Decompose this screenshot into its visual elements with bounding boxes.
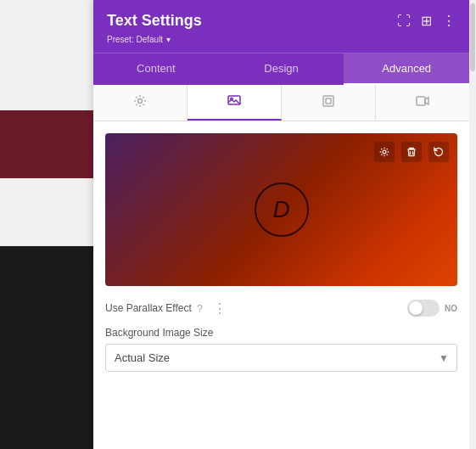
main-tabs: Content Design Advanced <box>93 53 469 85</box>
left-swatch-light <box>0 0 93 110</box>
preset-text: Preset: Default <box>107 35 163 44</box>
preview-reset-button[interactable] <box>428 142 449 162</box>
preview-controls <box>374 142 449 162</box>
parallax-toggle-group: NO <box>407 300 457 317</box>
icon-tab-gear[interactable] <box>93 85 188 121</box>
image-preview: D <box>105 133 457 286</box>
image-size-label: Background Image Size <box>105 327 457 339</box>
tab-design[interactable]: Design <box>219 53 344 85</box>
panel-content: D Use Parallax Effect ? ⋮ NO <box>93 121 469 449</box>
header-top: Text Settings ⛶ ⊞ ⋮ <box>107 12 456 30</box>
parallax-setting-row: Use Parallax Effect ? ⋮ NO <box>105 296 457 317</box>
image-size-select-wrap: Actual Size Fit Fill Stretch Custom ▼ <box>105 344 457 372</box>
preview-settings-button[interactable] <box>374 142 395 162</box>
parallax-label-group: Use Parallax Effect ? ⋮ <box>105 300 227 317</box>
preview-logo-letter: D <box>272 196 289 223</box>
parallax-help-icon[interactable]: ? <box>197 302 203 315</box>
scrollbar-track[interactable] <box>469 0 476 449</box>
left-swatch-black <box>0 246 93 449</box>
parallax-toggle-label: NO <box>445 304 457 313</box>
left-panel <box>0 0 93 449</box>
preview-delete-button[interactable] <box>401 142 422 162</box>
settings-area: Use Parallax Effect ? ⋮ NO Background Im… <box>93 296 469 384</box>
parallax-toggle[interactable] <box>407 300 440 317</box>
svg-rect-4 <box>326 98 331 104</box>
gear-tab-icon <box>133 94 147 111</box>
image-size-select[interactable]: Actual Size Fit Fill Stretch Custom <box>105 344 457 372</box>
image-tab-icon <box>322 94 335 111</box>
more-options-icon[interactable]: ⋮ <box>442 13 456 29</box>
toggle-knob <box>409 301 423 315</box>
panel-header: Text Settings ⛶ ⊞ ⋮ Preset: Default ▾ <box>93 0 469 53</box>
preset-arrow-icon: ▾ <box>166 35 171 44</box>
tab-advanced[interactable]: Advanced <box>344 53 469 85</box>
parallax-label: Use Parallax Effect <box>105 302 192 314</box>
icon-tab-image[interactable] <box>282 85 376 121</box>
grid-icon[interactable]: ⊞ <box>421 13 432 29</box>
tab-content[interactable]: Content <box>93 53 219 85</box>
video-tab-icon <box>416 94 429 111</box>
image-size-row: Background Image Size Actual Size Fit Fi… <box>105 327 457 372</box>
preset-selector[interactable]: Preset: Default ▾ <box>107 35 456 44</box>
svg-rect-3 <box>323 96 333 106</box>
image-placeholder-tab-icon <box>227 93 241 110</box>
header-icons: ⛶ ⊞ ⋮ <box>397 13 456 29</box>
icon-tab-video[interactable] <box>376 85 469 121</box>
svg-point-0 <box>138 99 143 104</box>
settings-panel: Text Settings ⛶ ⊞ ⋮ Preset: Default ▾ Co… <box>93 0 469 449</box>
icon-tabs-row <box>93 85 469 121</box>
left-swatch-dark-red <box>0 110 93 178</box>
scrollbar-thumb[interactable] <box>470 3 475 71</box>
parallax-more-icon[interactable]: ⋮ <box>213 300 227 317</box>
expand-icon[interactable]: ⛶ <box>397 14 411 29</box>
svg-rect-5 <box>417 97 425 105</box>
svg-point-6 <box>383 150 386 154</box>
left-swatch-light-2 <box>0 178 93 246</box>
panel-title: Text Settings <box>107 12 202 30</box>
preview-logo: D <box>255 182 309 237</box>
icon-tab-image-placeholder[interactable] <box>188 85 282 121</box>
